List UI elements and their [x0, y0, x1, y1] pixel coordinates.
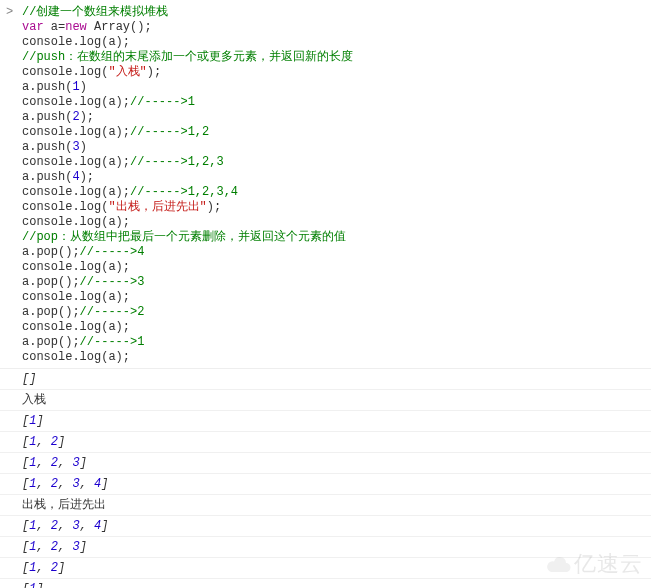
- code-line: a.pop();//----->4: [22, 244, 651, 259]
- code-line: console.log(a);: [22, 319, 651, 334]
- code-line: var a=new Array();: [22, 19, 651, 34]
- console-output-line[interactable]: [1]: [0, 411, 651, 432]
- console-output-line[interactable]: 入栈: [0, 390, 651, 411]
- console-prompt-icon: >: [6, 4, 13, 21]
- code-line: console.log(a);: [22, 34, 651, 49]
- code-line: console.log(a);//----->1,2: [22, 124, 651, 139]
- code-line: //push：在数组的末尾添加一个或更多元素，并返回新的长度: [22, 49, 651, 64]
- code-line: console.log(a);//----->1,2,3: [22, 154, 651, 169]
- code-line: console.log(a);: [22, 289, 651, 304]
- console-output-line[interactable]: [1, 2, 3]: [0, 537, 651, 558]
- code-line: console.log("入栈");: [22, 64, 651, 79]
- console-output-line[interactable]: [1, 2, 3, 4]: [0, 516, 651, 537]
- code-line: a.pop();//----->3: [22, 274, 651, 289]
- code-line: a.push(2);: [22, 109, 651, 124]
- console-output-line[interactable]: 出栈，后进先出: [0, 495, 651, 516]
- console-output-line[interactable]: [1, 2]: [0, 558, 651, 579]
- console-output-line[interactable]: [1, 2]: [0, 432, 651, 453]
- console-output-line[interactable]: []: [0, 369, 651, 390]
- code-line: console.log(a);//----->1: [22, 94, 651, 109]
- code-line: console.log(a);: [22, 214, 651, 229]
- code-line: //创建一个数组来模拟堆栈: [22, 4, 651, 19]
- code-line: console.log(a);: [22, 259, 651, 274]
- code-line: a.push(3): [22, 139, 651, 154]
- console-output-line[interactable]: [1, 2, 3]: [0, 453, 651, 474]
- code-line: //pop：从数组中把最后一个元素删除，并返回这个元素的值: [22, 229, 651, 244]
- console-output-line[interactable]: [1, 2, 3, 4]: [0, 474, 651, 495]
- code-line: a.push(1): [22, 79, 651, 94]
- code-line: a.pop();//----->1: [22, 334, 651, 349]
- code-line: console.log(a);: [22, 349, 651, 364]
- code-line: a.push(4);: [22, 169, 651, 184]
- console-output-line[interactable]: [1]: [0, 579, 651, 588]
- console-input-block[interactable]: > //创建一个数组来模拟堆栈 var a=new Array(); conso…: [0, 0, 651, 369]
- code-line: console.log(a);//----->1,2,3,4: [22, 184, 651, 199]
- code-line: a.pop();//----->2: [22, 304, 651, 319]
- code-line: console.log("出栈，后进先出");: [22, 199, 651, 214]
